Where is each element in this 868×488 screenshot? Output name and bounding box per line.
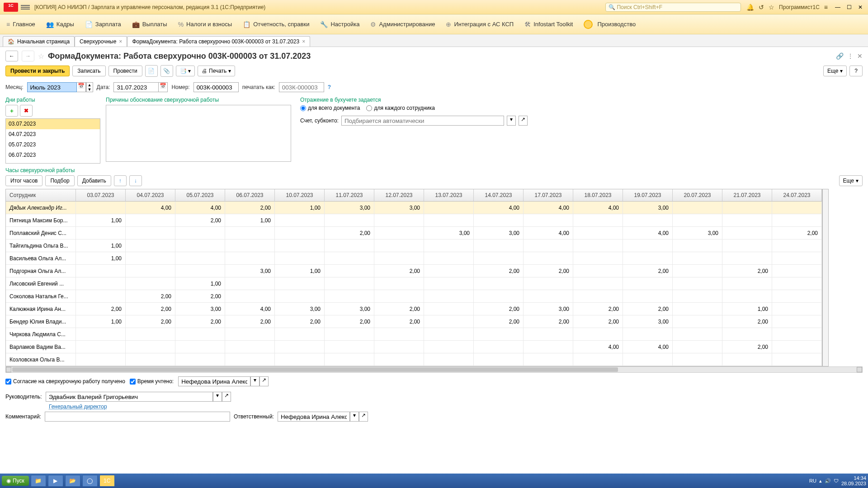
tab-document-form[interactable]: ФормаДокумента: Работа сверхурочно 003К-… bbox=[127, 36, 310, 47]
hours-cell[interactable] bbox=[474, 214, 524, 227]
radio-whole-doc[interactable]: для всего документа bbox=[300, 105, 360, 111]
hours-cell[interactable]: 2,00 bbox=[225, 202, 275, 214]
hours-cell[interactable]: 4,00 bbox=[573, 202, 623, 214]
hours-cell[interactable]: 2,00 bbox=[374, 303, 424, 315]
employee-cell[interactable]: Лисовский Евгений ... bbox=[6, 277, 76, 290]
hours-cell[interactable]: 4,00 bbox=[623, 341, 673, 353]
hours-cell[interactable] bbox=[275, 227, 325, 239]
taskbar-folder[interactable]: 📂 bbox=[65, 475, 80, 487]
taskbar-explorer[interactable]: 📁 bbox=[31, 475, 46, 487]
responsible-dropdown-button[interactable]: ▾ bbox=[350, 412, 359, 422]
hours-cell[interactable]: 1,00 bbox=[722, 303, 772, 315]
hours-cell[interactable] bbox=[722, 202, 772, 214]
kebab-icon[interactable]: ⋮ bbox=[847, 52, 854, 60]
hours-cell[interactable] bbox=[772, 265, 822, 277]
hours-cell[interactable]: 2,00 bbox=[524, 265, 573, 277]
attachments-button[interactable]: 📎 bbox=[160, 65, 173, 77]
hours-cell[interactable] bbox=[524, 252, 573, 265]
hours-cell[interactable] bbox=[275, 290, 325, 303]
hours-cell[interactable]: 2,00 bbox=[374, 315, 424, 328]
hours-cell[interactable] bbox=[673, 341, 722, 353]
close-form-icon[interactable]: ✕ bbox=[857, 52, 863, 60]
hours-cell[interactable] bbox=[772, 290, 822, 303]
scroll-thumb[interactable] bbox=[12, 367, 618, 372]
tab-home[interactable]: 🏠Начальная страница bbox=[3, 36, 75, 47]
hours-cell[interactable]: 2,00 bbox=[126, 315, 175, 328]
global-search[interactable]: 🔍 Поиск Ctrl+Shift+F bbox=[605, 3, 741, 12]
col-date[interactable]: 10.07.2023 bbox=[275, 189, 325, 202]
day-item[interactable]: 04.07.2023 bbox=[6, 129, 100, 140]
hours-cell[interactable]: 3,00 bbox=[623, 315, 673, 328]
hours-cell[interactable] bbox=[275, 353, 325, 366]
hours-cell[interactable] bbox=[424, 303, 474, 315]
employee-cell[interactable]: Бендер Юлия Влади... bbox=[6, 315, 76, 328]
hours-cell[interactable]: 4,00 bbox=[524, 202, 573, 214]
hours-cell[interactable] bbox=[474, 252, 524, 265]
hours-cell[interactable] bbox=[722, 227, 772, 239]
manager-position-link[interactable]: Генеральный директор bbox=[0, 404, 868, 410]
help-link[interactable]: ? bbox=[328, 84, 331, 90]
manager-open-button[interactable]: ↗ bbox=[222, 392, 231, 402]
hours-cell[interactable] bbox=[424, 252, 474, 265]
nav-integration[interactable]: ⊕Интеграция с АС КСП bbox=[446, 21, 514, 28]
maximize-button[interactable]: ☐ bbox=[845, 4, 854, 10]
hours-cell[interactable]: 2,00 bbox=[374, 265, 424, 277]
hours-cell[interactable] bbox=[126, 277, 175, 290]
hours-cell[interactable] bbox=[275, 341, 325, 353]
hours-cell[interactable] bbox=[474, 353, 524, 366]
time-checkbox[interactable]: Время учтено: bbox=[130, 378, 174, 385]
forward-button[interactable]: → bbox=[22, 51, 34, 61]
manager-dropdown-button[interactable]: ▾ bbox=[213, 392, 222, 402]
hours-cell[interactable] bbox=[573, 353, 623, 366]
close-icon[interactable]: × bbox=[302, 38, 305, 45]
consent-checkbox[interactable]: Согласие на сверхурочную работу получено bbox=[5, 378, 125, 385]
month-input[interactable] bbox=[27, 82, 77, 92]
hours-cell[interactable] bbox=[374, 341, 424, 353]
hours-cell[interactable]: 3,00 bbox=[325, 303, 374, 315]
hours-cell[interactable] bbox=[175, 265, 225, 277]
hours-cell[interactable] bbox=[126, 341, 175, 353]
hours-cell[interactable] bbox=[673, 277, 722, 290]
employee-cell[interactable]: Чиркова Людмила С... bbox=[6, 328, 76, 341]
hours-cell[interactable] bbox=[374, 328, 424, 341]
hours-cell[interactable] bbox=[225, 277, 275, 290]
nav-infostart[interactable]: 🛠Infostart Toolkit bbox=[524, 21, 573, 28]
star-icon[interactable]: ☆ bbox=[769, 4, 774, 11]
move-down-button[interactable]: ↓ bbox=[129, 175, 142, 186]
hours-cell[interactable] bbox=[325, 341, 374, 353]
account-dropdown-button[interactable]: ▾ bbox=[507, 116, 516, 126]
hours-cell[interactable] bbox=[772, 252, 822, 265]
hours-cell[interactable] bbox=[474, 277, 524, 290]
hours-cell[interactable]: 1,00 bbox=[275, 265, 325, 277]
hours-cell[interactable] bbox=[623, 290, 673, 303]
hours-cell[interactable]: 3,00 bbox=[474, 227, 524, 239]
hours-cell[interactable]: 2,00 bbox=[474, 265, 524, 277]
back-button[interactable]: ← bbox=[5, 51, 18, 61]
hours-cell[interactable] bbox=[623, 252, 673, 265]
create-based-on-button[interactable]: 📑 ▾ bbox=[176, 66, 195, 76]
hours-cell[interactable] bbox=[722, 353, 772, 366]
date-input[interactable] bbox=[113, 82, 159, 92]
hours-cell[interactable] bbox=[325, 252, 374, 265]
hours-cell[interactable] bbox=[374, 239, 424, 252]
hours-cell[interactable] bbox=[673, 265, 722, 277]
hours-cell[interactable]: 2,00 bbox=[573, 315, 623, 328]
nav-settings[interactable]: 🔧Настройка bbox=[320, 21, 359, 28]
help-button[interactable]: ? bbox=[849, 66, 863, 76]
hours-cell[interactable] bbox=[374, 227, 424, 239]
hours-cell[interactable]: 4,00 bbox=[175, 202, 225, 214]
hours-cell[interactable]: 2,00 bbox=[325, 227, 374, 239]
nav-vyplaty[interactable]: 💼Выплаты bbox=[132, 21, 167, 28]
col-date[interactable]: 18.07.2023 bbox=[573, 189, 623, 202]
hours-cell[interactable] bbox=[722, 290, 772, 303]
hours-cell[interactable]: 1,00 bbox=[76, 252, 126, 265]
hours-cell[interactable] bbox=[275, 252, 325, 265]
col-date[interactable]: 21.07.2023 bbox=[722, 189, 772, 202]
taskbar-powershell[interactable]: ▶ bbox=[48, 475, 63, 487]
hours-cell[interactable]: 2,00 bbox=[126, 303, 175, 315]
hours-cell[interactable]: 3,00 bbox=[325, 202, 374, 214]
hours-cell[interactable] bbox=[623, 239, 673, 252]
hours-cell[interactable] bbox=[673, 202, 722, 214]
hours-cell[interactable] bbox=[374, 214, 424, 227]
scroll-right-button[interactable] bbox=[857, 367, 862, 372]
